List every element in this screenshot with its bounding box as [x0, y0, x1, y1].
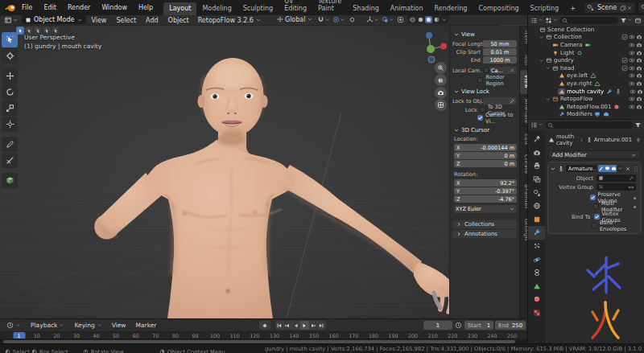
- outliner-row-retopoflow[interactable]: RetopoFlow: [528, 95, 644, 103]
- camera-view-button[interactable]: [435, 87, 447, 99]
- play-reverse-button[interactable]: [292, 321, 301, 330]
- properties-tab-data[interactable]: [528, 280, 545, 293]
- render-toggle[interactable]: [635, 104, 642, 110]
- shading-material[interactable]: [425, 16, 432, 23]
- auto-keying-button[interactable]: [259, 321, 270, 330]
- render-toggle[interactable]: [635, 72, 642, 79]
- timeline-menu-view[interactable]: View: [107, 322, 131, 329]
- workspace-tab-rendering[interactable]: Rendering: [429, 2, 473, 15]
- viewport-menu-add[interactable]: Add: [141, 17, 163, 24]
- properties-tab-tool[interactable]: [528, 133, 545, 146]
- previous-keyframe-button[interactable]: [283, 321, 292, 330]
- properties-tab-particles[interactable]: [528, 240, 545, 253]
- outliner-row-camera[interactable]: Camera: [528, 41, 644, 49]
- timeline-menu-keying[interactable]: Keying: [69, 322, 106, 329]
- workspace-tab-layout[interactable]: Layout: [163, 2, 196, 15]
- retopoflow-menu[interactable]: RetopoFlow 3.2.6: [194, 17, 266, 24]
- select-mode-intersect[interactable]: [52, 27, 60, 35]
- modifier-name-field[interactable]: Armature..: [566, 165, 597, 172]
- properties-tab-physics[interactable]: [528, 252, 545, 266]
- workspace-tab-modeling[interactable]: Modeling: [196, 2, 237, 15]
- menu-render[interactable]: Render: [62, 4, 96, 11]
- transform-orientation-dropdown[interactable]: Global: [266, 16, 314, 25]
- tool-transform[interactable]: [2, 117, 18, 132]
- modifier-edit-mode-toggle[interactable]: [598, 165, 605, 172]
- outliner-search[interactable]: [559, 17, 618, 24]
- jump-to-start-button[interactable]: [275, 321, 284, 330]
- multi-modifier-checkbox[interactable]: [593, 203, 599, 209]
- properties-tab-modifiers[interactable]: [528, 226, 545, 240]
- modifier-realtime-toggle[interactable]: [604, 165, 610, 172]
- close-icon[interactable]: [625, 166, 631, 172]
- select-mode-invert[interactable]: [43, 27, 51, 35]
- outliner-row-scene-collection[interactable]: Scene Collection: [528, 26, 644, 34]
- hide-toggle[interactable]: [628, 104, 635, 110]
- use-preview-range-button[interactable]: [455, 322, 462, 329]
- tool-select-box[interactable]: [2, 32, 18, 47]
- snapping-toggle[interactable]: [313, 16, 330, 25]
- local-camera-checkbox[interactable]: [483, 68, 489, 73]
- properties-tab-material[interactable]: [528, 293, 545, 306]
- timeline-editor-dropdown[interactable]: [2, 322, 26, 329]
- view-section-header[interactable]: View: [453, 31, 517, 38]
- viewport-menu-object[interactable]: Object: [163, 17, 194, 24]
- tool-measure[interactable]: [2, 153, 18, 168]
- object-field[interactable]: [597, 174, 636, 182]
- annotations-section[interactable]: Annotations: [452, 230, 517, 238]
- viewport-menu-select[interactable]: Select: [111, 17, 141, 24]
- next-keyframe-button[interactable]: [309, 321, 318, 330]
- workspace-tab-animation[interactable]: Animation: [385, 2, 429, 15]
- bone-envelopes-checkbox[interactable]: [592, 223, 597, 228]
- tool-cursor[interactable]: [2, 48, 18, 64]
- workspace-tab-shading[interactable]: Shading: [347, 2, 385, 15]
- proportional-falloff-icon[interactable]: [345, 16, 356, 25]
- properties-tab-constraints[interactable]: [528, 266, 545, 280]
- cursor-rotation-x[interactable]: X92.2°: [454, 179, 517, 187]
- hide-toggle[interactable]: [629, 88, 636, 95]
- render-toggle[interactable]: [635, 80, 642, 87]
- tool-rotate[interactable]: [2, 84, 18, 100]
- selectable-toggle[interactable]: [621, 65, 628, 72]
- scrollbar-thumb[interactable]: [3, 340, 515, 343]
- close-icon[interactable]: [626, 5, 633, 11]
- new-collection-icon[interactable]: [634, 17, 642, 24]
- render-toggle[interactable]: [635, 42, 642, 48]
- mode-dropdown[interactable]: Object Mode: [19, 15, 86, 25]
- render-toggle[interactable]: [635, 50, 642, 56]
- shading-wireframe[interactable]: [409, 16, 416, 23]
- workspace-tab-scripting[interactable]: Scripting: [525, 2, 565, 15]
- zoom-button[interactable]: [435, 62, 447, 74]
- render-toggle[interactable]: [636, 88, 643, 95]
- drag-handle-icon[interactable]: [633, 166, 639, 172]
- cursor-rotation-z[interactable]: Z-4.76°: [454, 195, 517, 203]
- shading-solid[interactable]: [417, 16, 424, 23]
- navigation-gizmo[interactable]: [420, 29, 448, 64]
- cursor-location-z[interactable]: Z0 m: [454, 160, 517, 167]
- camera-to-view-checkbox[interactable]: [477, 115, 483, 121]
- vertex-group-field[interactable]: [597, 183, 636, 191]
- properties-filter-icon[interactable]: [634, 121, 642, 129]
- render-toggle[interactable]: [635, 57, 642, 64]
- select-mode-subtract[interactable]: [34, 27, 42, 35]
- cursor-rotation-y[interactable]: Y-0.397°: [454, 187, 517, 195]
- breadcrumb-object[interactable]: mouth cavity: [556, 133, 577, 146]
- menu-window[interactable]: Window: [96, 4, 133, 11]
- workspace-tab-texture-paint[interactable]: Texture Paint: [312, 0, 347, 15]
- expand-icon[interactable]: [550, 166, 556, 172]
- frame-end-field[interactable]: End250: [495, 321, 526, 330]
- tool-move[interactable]: [2, 68, 18, 84]
- hide-toggle[interactable]: [628, 96, 635, 102]
- render-toggle[interactable]: [635, 34, 642, 40]
- properties-tab-texture[interactable]: [528, 306, 545, 320]
- workspace-tab-uv-editing[interactable]: UV Editing: [279, 0, 312, 15]
- properties-tab-world[interactable]: [528, 199, 545, 213]
- workspace-tab-sculpting[interactable]: Sculpting: [237, 2, 279, 15]
- to-3d-cursor-checkbox[interactable]: [480, 107, 485, 113]
- properties-tab-scene[interactable]: [528, 186, 545, 199]
- hide-toggle[interactable]: [628, 80, 635, 87]
- properties-search[interactable]: [545, 121, 633, 129]
- shading-rendered[interactable]: [433, 16, 440, 23]
- scene-name[interactable]: Scene: [594, 4, 620, 11]
- properties-tab-render[interactable]: [528, 146, 545, 160]
- focal-length-field[interactable]: 50 mm: [483, 40, 517, 47]
